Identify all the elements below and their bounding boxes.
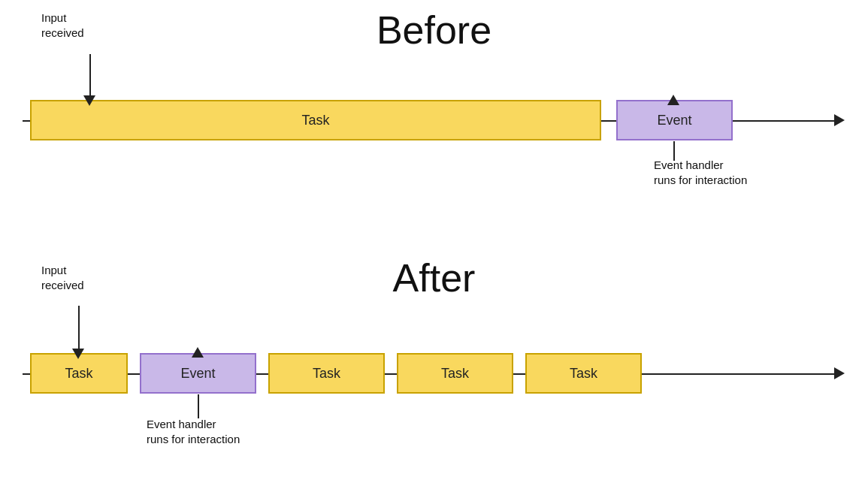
before-input-received-label: Input received bbox=[41, 11, 84, 40]
before-event-handler-arrow-head bbox=[667, 95, 679, 105]
after-task2-label: Task bbox=[313, 366, 340, 382]
after-task3-label: Task bbox=[441, 366, 469, 382]
after-input-received-label: Input received bbox=[41, 263, 84, 292]
before-title: Before bbox=[377, 8, 491, 53]
before-event-box: Event bbox=[616, 100, 733, 140]
after-task1-box: Task bbox=[30, 353, 128, 394]
before-task-label: Task bbox=[301, 113, 329, 128]
before-event-label: Event bbox=[657, 113, 691, 128]
before-task-box: Task bbox=[30, 100, 601, 140]
after-task2-box: Task bbox=[268, 353, 385, 394]
after-task4-box: Task bbox=[525, 353, 642, 394]
after-title: After bbox=[393, 255, 476, 300]
before-input-arrow-line bbox=[89, 54, 91, 100]
after-event-box: Event bbox=[140, 353, 256, 394]
after-input-arrow-head bbox=[72, 349, 84, 359]
after-event-handler-arrow-line bbox=[198, 394, 199, 418]
after-task3-box: Task bbox=[397, 353, 513, 394]
diagram-container: Before Task Event Input received Event h… bbox=[0, 0, 868, 486]
before-arrow-right bbox=[834, 114, 845, 126]
before-event-handler-label: Event handler runs for interaction bbox=[654, 158, 747, 187]
after-event-label: Event bbox=[180, 366, 215, 382]
after-input-arrow-line bbox=[78, 306, 80, 353]
before-event-handler-arrow-line bbox=[673, 141, 675, 161]
after-event-handler-arrow-head bbox=[192, 347, 204, 358]
after-event-handler-label: Event handler runs for interaction bbox=[147, 417, 240, 446]
before-input-arrow-head bbox=[83, 95, 95, 106]
after-arrow-right bbox=[834, 367, 845, 379]
after-task1-label: Task bbox=[65, 366, 92, 382]
after-task4-label: Task bbox=[570, 366, 597, 382]
